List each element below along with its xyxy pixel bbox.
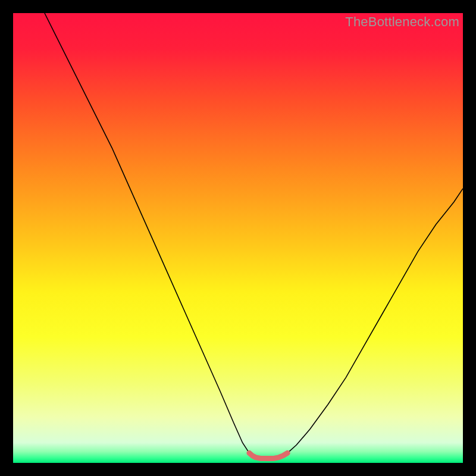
gradient-background bbox=[13, 13, 463, 463]
chart-frame: TheBottleneck.com bbox=[13, 13, 463, 463]
watermark-text: TheBottleneck.com bbox=[345, 14, 459, 30]
bottleneck-chart bbox=[13, 13, 463, 463]
